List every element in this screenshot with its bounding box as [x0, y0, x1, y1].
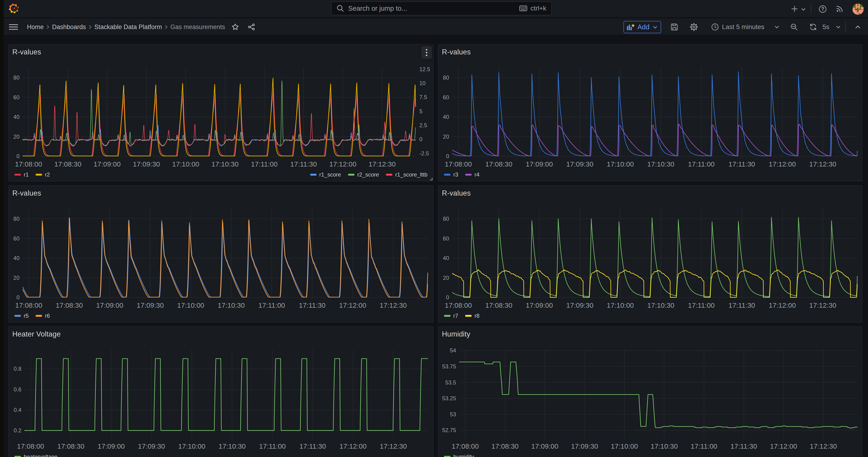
svg-text:17:10:30: 17:10:30 [647, 301, 674, 309]
svg-text:17:09:00: 17:09:00 [93, 160, 121, 168]
svg-text:17:12:30: 17:12:30 [380, 301, 407, 309]
svg-text:17:11:00: 17:11:00 [258, 301, 285, 309]
svg-text:17:12:00: 17:12:00 [769, 160, 796, 168]
svg-text:54: 54 [450, 347, 456, 354]
svg-text:17:11:30: 17:11:30 [299, 301, 326, 309]
svg-text:53.75: 53.75 [442, 363, 456, 370]
svg-text:17:12:00: 17:12:00 [329, 160, 356, 168]
svg-text:12.5: 12.5 [420, 66, 430, 72]
svg-text:20: 20 [13, 275, 20, 281]
svg-text:40: 40 [13, 114, 20, 120]
svg-text:20: 20 [443, 275, 449, 281]
svg-text:17:08:00: 17:08:00 [15, 160, 42, 168]
svg-text:17:11:30: 17:11:30 [728, 301, 755, 309]
svg-text:17:08:30: 17:08:30 [54, 160, 81, 168]
svg-text:17:12:30: 17:12:30 [809, 301, 836, 309]
svg-text:5: 5 [420, 108, 423, 115]
svg-text:2.5: 2.5 [420, 122, 427, 128]
svg-text:0: 0 [446, 153, 449, 159]
svg-text:17:08:00: 17:08:00 [445, 160, 472, 168]
svg-text:60: 60 [13, 235, 20, 242]
svg-text:17:12:30: 17:12:30 [810, 443, 837, 450]
svg-text:17:12:30: 17:12:30 [368, 160, 396, 168]
svg-text:17:09:00: 17:09:00 [98, 443, 125, 450]
svg-text:0.2: 0.2 [14, 427, 21, 433]
svg-text:17:11:00: 17:11:00 [688, 301, 715, 309]
svg-text:60: 60 [443, 94, 449, 100]
svg-text:17:08:00: 17:08:00 [17, 443, 44, 450]
svg-text:17:10:00: 17:10:00 [177, 301, 204, 309]
svg-text:53.25: 53.25 [442, 395, 456, 401]
svg-text:17:11:00: 17:11:00 [259, 443, 286, 450]
svg-text:10: 10 [420, 80, 426, 86]
svg-text:7.5: 7.5 [420, 94, 427, 100]
svg-text:17:10:30: 17:10:30 [211, 160, 239, 168]
svg-text:0.4: 0.4 [14, 407, 21, 413]
svg-text:17:08:30: 17:08:30 [56, 301, 83, 309]
svg-text:20: 20 [13, 133, 20, 140]
svg-text:52.75: 52.75 [442, 427, 456, 433]
svg-text:17:09:30: 17:09:30 [566, 301, 593, 309]
svg-text:17:08:30: 17:08:30 [485, 301, 512, 309]
svg-text:0.6: 0.6 [14, 386, 21, 393]
svg-text:17:10:00: 17:10:00 [607, 160, 634, 168]
svg-text:17:08:00: 17:08:00 [445, 301, 472, 309]
svg-text:17:10:30: 17:10:30 [218, 443, 246, 450]
svg-text:40: 40 [13, 255, 20, 261]
svg-text:17:10:30: 17:10:30 [651, 443, 678, 450]
svg-text:17:12:00: 17:12:00 [339, 301, 366, 309]
svg-text:17:10:00: 17:10:00 [178, 443, 206, 450]
svg-text:17:08:30: 17:08:30 [491, 443, 519, 450]
svg-text:80: 80 [443, 216, 449, 222]
svg-text:20: 20 [443, 133, 449, 140]
svg-text:80: 80 [443, 74, 449, 81]
svg-text:17:08:30: 17:08:30 [485, 160, 512, 168]
svg-text:0: 0 [420, 136, 423, 142]
svg-text:0.8: 0.8 [14, 366, 21, 372]
svg-text:17:11:00: 17:11:00 [251, 160, 278, 168]
svg-text:0: 0 [446, 294, 449, 301]
svg-text:17:10:30: 17:10:30 [647, 160, 674, 168]
svg-text:17:11:30: 17:11:30 [290, 160, 317, 168]
svg-text:17:09:30: 17:09:30 [137, 301, 164, 309]
svg-text:17:11:30: 17:11:30 [300, 443, 326, 450]
svg-text:80: 80 [13, 74, 20, 81]
svg-text:17:12:00: 17:12:00 [339, 443, 367, 450]
svg-text:17:12:00: 17:12:00 [770, 443, 797, 450]
svg-text:17:12:30: 17:12:30 [809, 160, 836, 168]
svg-text:17:11:30: 17:11:30 [728, 160, 755, 168]
svg-text:0: 0 [17, 294, 20, 301]
svg-text:17:09:00: 17:09:00 [526, 301, 553, 309]
svg-text:17:09:30: 17:09:30 [566, 160, 593, 168]
svg-text:53: 53 [450, 411, 456, 418]
svg-text:17:12:00: 17:12:00 [769, 301, 796, 309]
svg-text:17:09:00: 17:09:00 [526, 160, 553, 168]
svg-text:40: 40 [443, 114, 449, 120]
svg-text:17:10:30: 17:10:30 [218, 301, 245, 309]
svg-text:17:09:30: 17:09:30 [571, 443, 598, 450]
svg-text:80: 80 [13, 216, 20, 222]
svg-text:17:10:00: 17:10:00 [611, 443, 638, 450]
svg-text:17:10:00: 17:10:00 [607, 301, 634, 309]
svg-text:17:11:00: 17:11:00 [691, 443, 717, 450]
svg-text:0: 0 [17, 153, 20, 159]
svg-text:17:08:00: 17:08:00 [452, 443, 479, 450]
svg-text:17:11:30: 17:11:30 [731, 443, 757, 450]
svg-text:-2.5: -2.5 [420, 150, 429, 156]
svg-text:60: 60 [443, 235, 449, 242]
svg-text:40: 40 [443, 255, 449, 261]
svg-text:17:09:00: 17:09:00 [96, 301, 123, 309]
svg-text:17:08:30: 17:08:30 [57, 443, 84, 450]
svg-text:17:12:30: 17:12:30 [380, 443, 407, 450]
svg-text:17:08:00: 17:08:00 [15, 301, 42, 309]
svg-text:17:11:00: 17:11:00 [688, 160, 715, 168]
svg-text:17:09:30: 17:09:30 [133, 160, 160, 168]
svg-text:17:09:00: 17:09:00 [531, 443, 558, 450]
svg-text:60: 60 [13, 94, 20, 100]
svg-text:17:10:00: 17:10:00 [172, 160, 199, 168]
svg-text:17:09:30: 17:09:30 [138, 443, 165, 450]
svg-text:53.5: 53.5 [445, 379, 456, 386]
